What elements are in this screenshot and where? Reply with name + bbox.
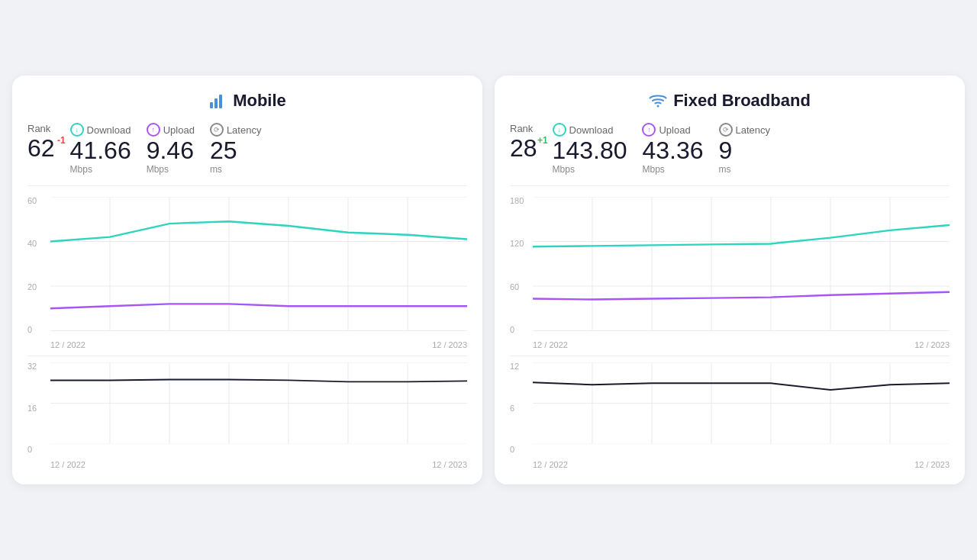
mobile-download-label: ↓ Download bbox=[70, 123, 131, 137]
broadband-title: Fixed Broadband bbox=[510, 91, 950, 111]
mobile-download-value: 41.66 bbox=[70, 138, 131, 163]
mobile-download-unit: Mbps bbox=[70, 164, 131, 175]
broadband-upload-unit: Mbps bbox=[642, 164, 703, 175]
broadband-latency-unit: ms bbox=[719, 164, 771, 175]
mobile-latency-unit: ms bbox=[210, 164, 262, 175]
broadband-latency-label: ⟳ Latency bbox=[719, 123, 771, 137]
mobile-upload-label: ↑ Upload bbox=[147, 123, 195, 137]
broadband-download-value: 143.80 bbox=[553, 138, 627, 163]
mobile-stats: Rank 62 -1 ↓ Download 41.66 Mbps bbox=[27, 123, 467, 186]
broadband-upload-label: ↑ Upload bbox=[642, 123, 703, 137]
broadband-rank-value: 28 +1 bbox=[510, 136, 537, 160]
mobile-y-axis: 60 40 20 0 bbox=[27, 197, 50, 334]
mobile-x-axis: 12 / 2022 12 / 2023 bbox=[50, 340, 467, 349]
broadband-chart-svg bbox=[533, 197, 950, 331]
broadband-download-unit: Mbps bbox=[553, 164, 627, 175]
svg-point-22 bbox=[657, 105, 659, 108]
mobile-rank-change: -1 bbox=[57, 136, 66, 145]
broadband-latency-x-axis: 12 / 2022 12 / 2023 bbox=[533, 460, 950, 469]
mobile-rank-value: 62 -1 bbox=[27, 136, 55, 160]
latency-icon: ⟳ bbox=[210, 123, 224, 137]
mobile-rank-label: Rank bbox=[27, 123, 55, 134]
mobile-main-chart: 60 40 20 0 bbox=[27, 197, 467, 349]
broadband-rank: Rank 28 +1 bbox=[510, 123, 537, 160]
dashboard: Mobile Rank 62 -1 ↓ Download 41.66 bbox=[12, 76, 965, 484]
broadband-y-axis: 180 120 60 0 bbox=[510, 197, 533, 334]
broadband-latency: ⟳ Latency 9 ms bbox=[719, 123, 771, 175]
upload-icon: ↑ bbox=[147, 123, 160, 137]
broadband-x-axis: 12 / 2022 12 / 2023 bbox=[533, 340, 950, 349]
mobile-latency-chart: 32 16 0 12 / 2022 12 / 2023 bbox=[27, 362, 467, 469]
mobile-latency-y-axis: 32 16 0 bbox=[27, 362, 50, 454]
mobile-latency-x-axis: 12 / 2022 12 / 2023 bbox=[50, 460, 467, 469]
mobile-title-text: Mobile bbox=[233, 91, 286, 111]
mobile-divider bbox=[27, 356, 467, 356]
broadband-stats: Rank 28 +1 ↓ Download 143.80 Mbps bbox=[510, 123, 950, 186]
mobile-upload-value: 9.46 bbox=[147, 138, 195, 163]
mobile-latency: ⟳ Latency 25 ms bbox=[210, 123, 262, 175]
broadband-rank-change: +1 bbox=[537, 136, 548, 145]
broadband-title-text: Fixed Broadband bbox=[673, 91, 811, 111]
mobile-latency-svg bbox=[50, 362, 467, 444]
svg-rect-1 bbox=[214, 98, 218, 108]
svg-rect-0 bbox=[210, 102, 213, 108]
mobile-upload-unit: Mbps bbox=[147, 164, 195, 175]
broadband-main-chart: 180 120 60 0 bbox=[510, 197, 950, 349]
bb-latency-icon: ⟳ bbox=[719, 123, 733, 137]
mobile-upload: ↑ Upload 9.46 Mbps bbox=[147, 123, 195, 175]
broadband-latency-y-axis: 12 6 0 bbox=[510, 362, 533, 454]
broadband-download-label: ↓ Download bbox=[553, 123, 627, 137]
broadband-upload-value: 43.36 bbox=[642, 138, 703, 163]
bb-download-icon: ↓ bbox=[553, 123, 566, 137]
broadband-divider bbox=[510, 356, 950, 356]
wifi-icon bbox=[649, 92, 667, 110]
mobile-title: Mobile bbox=[27, 91, 467, 111]
broadband-download: ↓ Download 143.80 Mbps bbox=[553, 123, 627, 175]
broadband-upload: ↑ Upload 43.36 Mbps bbox=[642, 123, 703, 175]
broadband-latency-chart: 12 6 0 12 / 2022 12 / 2023 bbox=[510, 362, 950, 469]
mobile-latency-label: ⟳ Latency bbox=[210, 123, 262, 137]
broadband-latency-svg bbox=[533, 362, 950, 444]
mobile-chart-svg bbox=[50, 197, 467, 331]
broadband-card: Fixed Broadband Rank 28 +1 ↓ Download 14… bbox=[495, 76, 965, 484]
download-icon: ↓ bbox=[70, 123, 84, 137]
mobile-card: Mobile Rank 62 -1 ↓ Download 41.66 bbox=[12, 76, 482, 484]
mobile-download: ↓ Download 41.66 Mbps bbox=[70, 123, 131, 175]
mobile-icon bbox=[208, 92, 227, 110]
mobile-rank: Rank 62 -1 bbox=[27, 123, 55, 160]
bb-upload-icon: ↑ bbox=[642, 123, 656, 137]
svg-rect-2 bbox=[219, 95, 222, 108]
mobile-latency-value: 25 bbox=[210, 138, 262, 163]
broadband-latency-value: 9 bbox=[719, 138, 771, 163]
broadband-rank-label: Rank bbox=[510, 123, 537, 134]
